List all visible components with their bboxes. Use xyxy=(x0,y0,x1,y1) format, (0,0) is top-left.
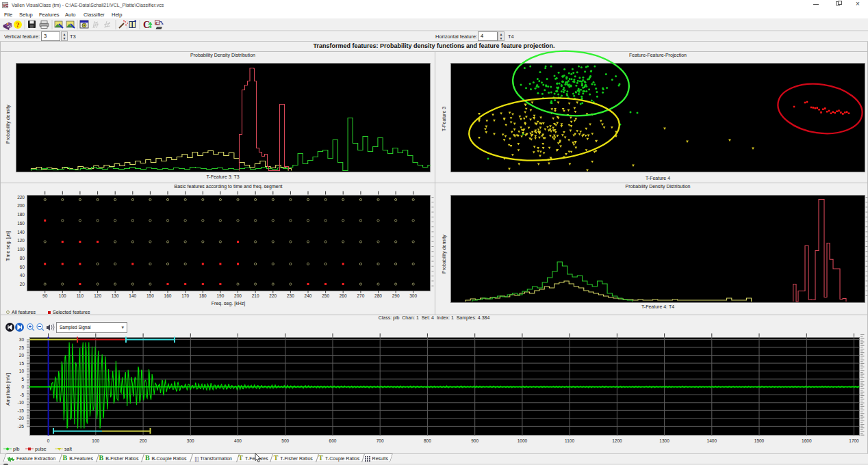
svg-text:C: C xyxy=(155,21,159,26)
svg-text:?: ? xyxy=(16,21,20,29)
